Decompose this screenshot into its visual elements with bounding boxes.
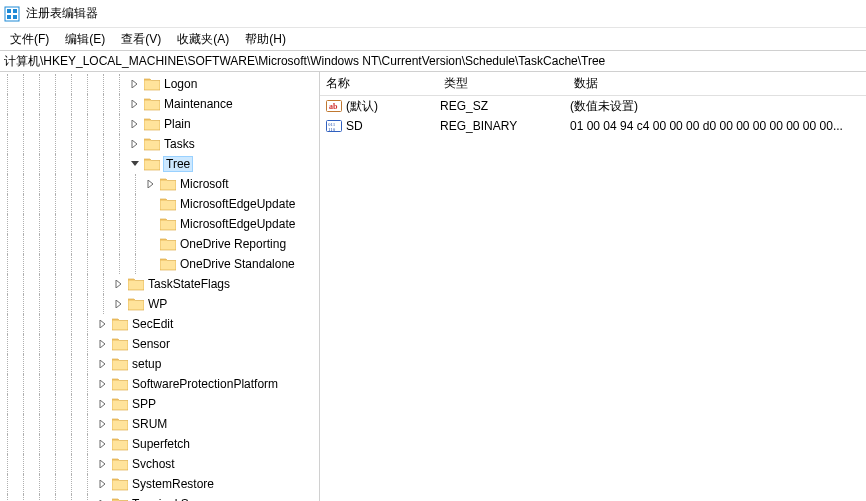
tree-item[interactable]: Superfetch	[0, 434, 319, 454]
tree-item[interactable]: WP	[0, 294, 319, 314]
chevron-right-icon[interactable]	[112, 297, 126, 311]
tree-guide	[32, 394, 48, 414]
column-header-type[interactable]: 类型	[444, 75, 574, 92]
chevron-right-icon[interactable]	[128, 77, 142, 91]
tree-item[interactable]: setup	[0, 354, 319, 374]
value-name: (默认)	[346, 98, 378, 115]
tree-item[interactable]: Tree	[0, 154, 319, 174]
folder-icon	[144, 77, 160, 91]
tree-item[interactable]: SRUM	[0, 414, 319, 434]
tree-item[interactable]: Microsoft	[0, 174, 319, 194]
column-header-data[interactable]: 数据	[574, 75, 866, 92]
chevron-right-icon[interactable]	[96, 477, 110, 491]
tree-guide	[32, 134, 48, 154]
tree-guide	[80, 114, 96, 134]
tree-guide	[64, 314, 80, 334]
chevron-down-icon[interactable]	[128, 157, 142, 171]
chevron-right-icon[interactable]	[144, 177, 158, 191]
tree-guide	[0, 414, 16, 434]
tree-guide	[80, 474, 96, 494]
tree-guide	[64, 174, 80, 194]
folder-icon	[144, 137, 160, 151]
tree-item[interactable]: Logon	[0, 74, 319, 94]
tree-guide	[0, 134, 16, 154]
tree-item[interactable]: OneDrive Standalone	[0, 254, 319, 274]
chevron-right-icon[interactable]	[96, 377, 110, 391]
tree-guide	[16, 134, 32, 154]
tree-guide	[16, 354, 32, 374]
cell-type: REG_SZ	[440, 99, 570, 113]
tree-guide	[64, 394, 80, 414]
tree-guide	[64, 454, 80, 474]
tree-guide	[0, 294, 16, 314]
tree-guide	[0, 494, 16, 501]
tree-item[interactable]: SecEdit	[0, 314, 319, 334]
folder-icon	[144, 97, 160, 111]
menu-favorites[interactable]: 收藏夹(A)	[169, 29, 237, 50]
tree-guide	[80, 234, 96, 254]
folder-icon	[112, 377, 128, 391]
tree-item[interactable]: OneDrive Reporting	[0, 234, 319, 254]
binary-value-icon: 011110	[326, 118, 342, 134]
tree-item[interactable]: Svchost	[0, 454, 319, 474]
tree-guide	[32, 434, 48, 454]
chevron-right-icon[interactable]	[128, 117, 142, 131]
tree-guide	[32, 74, 48, 94]
tree-pane[interactable]: LogonMaintenancePlainTasksTreeMicrosoftM…	[0, 72, 320, 501]
tree-guide	[64, 434, 80, 454]
menu-file[interactable]: 文件(F)	[2, 29, 57, 50]
tree-item-label: OneDrive Reporting	[180, 237, 286, 251]
tree-guide	[80, 254, 96, 274]
chevron-right-icon[interactable]	[96, 417, 110, 431]
folder-icon	[144, 117, 160, 131]
tree-guide	[80, 134, 96, 154]
tree-guide	[64, 74, 80, 94]
tree-item[interactable]: MicrosoftEdgeUpdate	[0, 194, 319, 214]
chevron-right-icon[interactable]	[96, 357, 110, 371]
tree-item[interactable]: Tasks	[0, 134, 319, 154]
tree-guide	[96, 294, 112, 314]
column-header-name[interactable]: 名称	[326, 75, 444, 92]
tree-item[interactable]: MicrosoftEdgeUpdate	[0, 214, 319, 234]
tree-guide	[80, 394, 96, 414]
tree-item[interactable]: Sensor	[0, 334, 319, 354]
tree-guide	[64, 474, 80, 494]
tree-item[interactable]: SoftwareProtectionPlatform	[0, 374, 319, 394]
chevron-right-icon[interactable]	[96, 317, 110, 331]
tree-guide	[0, 194, 16, 214]
chevron-right-icon[interactable]	[96, 497, 110, 501]
list-row[interactable]: 011110SDREG_BINARY01 00 04 94 c4 00 00 0…	[320, 116, 866, 136]
list-row[interactable]: ab(默认)REG_SZ(数值未设置)	[320, 96, 866, 116]
chevron-right-icon[interactable]	[96, 337, 110, 351]
tree-guide	[16, 174, 32, 194]
chevron-right-icon[interactable]	[128, 97, 142, 111]
menu-view[interactable]: 查看(V)	[113, 29, 169, 50]
chevron-right-icon[interactable]	[96, 457, 110, 471]
chevron-right-icon[interactable]	[96, 397, 110, 411]
tree-guide	[0, 114, 16, 134]
tree-item[interactable]: SystemRestore	[0, 474, 319, 494]
tree-guide	[32, 474, 48, 494]
app-icon	[4, 6, 20, 22]
folder-icon	[160, 237, 176, 251]
folder-icon	[160, 257, 176, 271]
chevron-right-icon[interactable]	[128, 137, 142, 151]
tree-item-label: WP	[148, 297, 167, 311]
chevron-right-icon[interactable]	[112, 277, 126, 291]
tree-item[interactable]: Terminal Server	[0, 494, 319, 501]
folder-icon	[112, 477, 128, 491]
menu-edit[interactable]: 编辑(E)	[57, 29, 113, 50]
tree-guide	[32, 254, 48, 274]
tree-guide	[48, 354, 64, 374]
folder-icon	[160, 177, 176, 191]
list-pane: 名称 类型 数据 ab(默认)REG_SZ(数值未设置)011110SDREG_…	[320, 72, 866, 501]
tree-item[interactable]: SPP	[0, 394, 319, 414]
chevron-right-icon[interactable]	[96, 437, 110, 451]
address-bar[interactable]: 计算机\HKEY_LOCAL_MACHINE\SOFTWARE\Microsof…	[0, 50, 866, 72]
tree-item[interactable]: Maintenance	[0, 94, 319, 114]
tree-item[interactable]: TaskStateFlags	[0, 274, 319, 294]
tree-item[interactable]: Plain	[0, 114, 319, 134]
menu-help[interactable]: 帮助(H)	[237, 29, 294, 50]
list-header: 名称 类型 数据	[320, 72, 866, 96]
menubar: 文件(F) 编辑(E) 查看(V) 收藏夹(A) 帮助(H)	[0, 28, 866, 50]
